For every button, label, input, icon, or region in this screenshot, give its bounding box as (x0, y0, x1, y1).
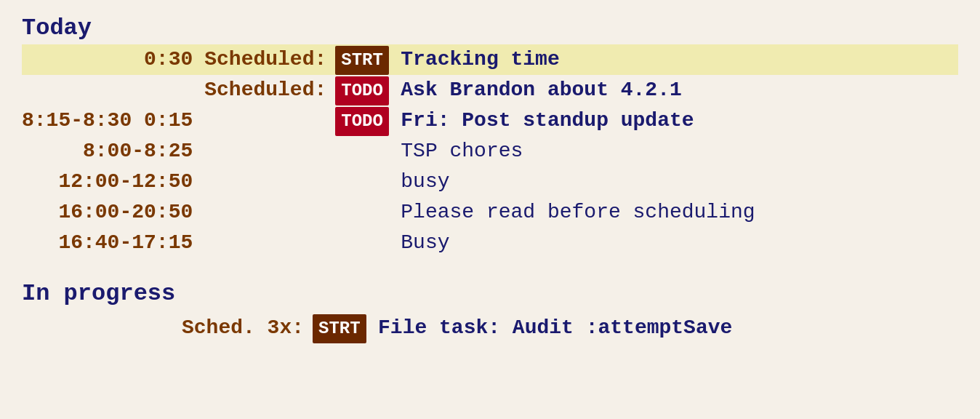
badge-cell (335, 167, 401, 197)
task-cell: Fri: Post standup update (401, 105, 958, 136)
strt-badge[interactable]: STRT (313, 314, 366, 343)
table-row: 16:40-17:15 Busy (22, 228, 958, 258)
label-cell (204, 228, 335, 258)
task-cell: File task: Audit :attemptSave (378, 310, 958, 343)
in-progress-section: In progress Sched. 3x: STRT File task: A… (22, 280, 958, 343)
time-cell: 8:00-8:25 (22, 136, 204, 167)
badge-cell (335, 197, 401, 228)
time-cell (22, 310, 182, 343)
main-container: Today 0:30 Scheduled: STRT Tracking time… (22, 15, 958, 343)
table-row: 16:00-20:50 Please read before schedulin… (22, 197, 958, 228)
label-cell: Scheduled: (204, 75, 335, 105)
table-row: Scheduled: TODO Ask Brandon about 4.2.1 (22, 75, 958, 105)
time-cell (22, 75, 204, 105)
badge-cell: TODO (335, 75, 401, 105)
label-cell (204, 136, 335, 167)
today-table: 0:30 Scheduled: STRT Tracking time Sched… (22, 44, 958, 258)
time-cell: 12:00-12:50 (22, 167, 204, 197)
task-cell: Please read before scheduling (401, 197, 958, 228)
badge-cell: STRT (313, 310, 378, 343)
label-cell: Scheduled: (204, 44, 335, 75)
label-cell (204, 197, 335, 228)
table-row: Sched. 3x: STRT File task: Audit :attemp… (22, 310, 958, 343)
time-cell: 16:00-20:50 (22, 197, 204, 228)
badge-cell (335, 136, 401, 167)
time-cell: 16:40-17:15 (22, 228, 204, 258)
todo-badge[interactable]: TODO (335, 107, 389, 136)
in-progress-table: Sched. 3x: STRT File task: Audit :attemp… (22, 310, 958, 343)
label-cell (204, 167, 335, 197)
table-row: 12:00-12:50 busy (22, 167, 958, 197)
table-row: 8:00-8:25 TSP chores (22, 136, 958, 167)
label-cell (204, 105, 335, 136)
strt-badge[interactable]: STRT (335, 46, 389, 75)
task-cell: Busy (401, 228, 958, 258)
time-cell: 0:30 (22, 44, 204, 75)
task-cell: Ask Brandon about 4.2.1 (401, 75, 958, 105)
today-section: Today 0:30 Scheduled: STRT Tracking time… (22, 15, 958, 258)
section-gap (22, 258, 958, 280)
label-cell: Sched. 3x: (182, 310, 313, 343)
todo-badge[interactable]: TODO (335, 76, 389, 105)
time-cell: 8:15-8:30 0:15 (22, 105, 204, 136)
in-progress-title: In progress (22, 280, 958, 307)
today-title: Today (22, 15, 958, 41)
badge-cell (335, 228, 401, 258)
task-cell: TSP chores (401, 136, 958, 167)
badge-cell: STRT (335, 44, 401, 75)
badge-cell: TODO (335, 105, 401, 136)
task-cell: Tracking time (401, 44, 958, 75)
task-cell: busy (401, 167, 958, 197)
table-row: 8:15-8:30 0:15 TODO Fri: Post standup up… (22, 105, 958, 136)
table-row: 0:30 Scheduled: STRT Tracking time (22, 44, 958, 75)
